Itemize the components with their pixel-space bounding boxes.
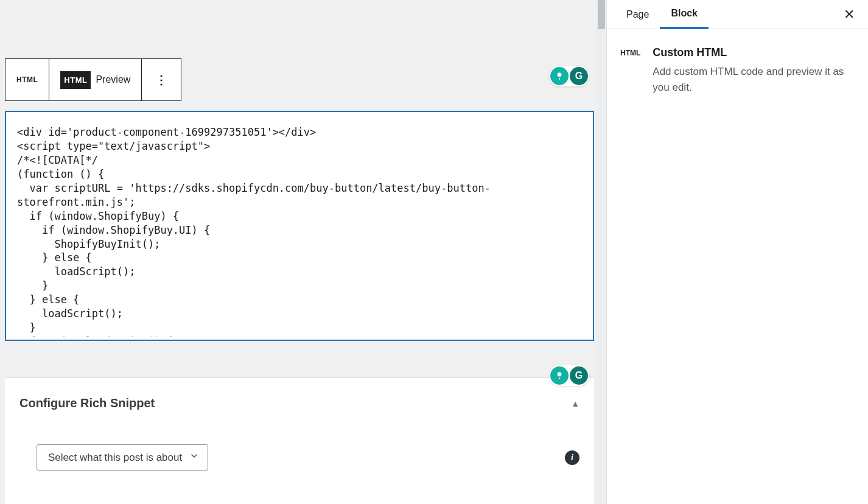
grammarly-icon: G (570, 366, 588, 385)
grammarly-icon: G (570, 67, 588, 85)
html-preview-toggle[interactable]: HTML Preview (49, 59, 142, 100)
tab-block[interactable]: Block (660, 0, 709, 29)
html-icon: HTML (620, 46, 640, 95)
collapse-caret-icon: ▲ (571, 399, 579, 408)
chevron-down-icon (189, 451, 199, 464)
snippet-type-select[interactable]: Select what this post is about (37, 444, 208, 471)
html-icon: HTML (16, 75, 38, 84)
block-title: Custom HTML (653, 46, 855, 59)
select-label: Select what this post is about (48, 452, 182, 464)
editor-main: HTML HTML Preview ⋮ G G (0, 0, 606, 504)
block-toolbar: HTML HTML Preview ⋮ (5, 58, 181, 101)
html-badge-icon: HTML (60, 71, 91, 89)
scrollbar-thumb[interactable] (598, 0, 605, 29)
main-scrollbar[interactable] (597, 0, 606, 504)
settings-sidebar: Page Block ✕ HTML Custom HTML Add custom… (606, 0, 868, 504)
custom-html-block (5, 111, 594, 341)
info-icon[interactable]: i (565, 450, 579, 465)
close-sidebar-button[interactable]: ✕ (839, 7, 859, 23)
tab-page[interactable]: Page (615, 0, 660, 29)
svg-point-0 (559, 79, 560, 80)
sidebar-tabs: Page Block ✕ (607, 0, 868, 29)
rich-snippet-panel: Configure Rich Snippet ▲ Select what thi… (5, 377, 594, 504)
rich-snippet-header[interactable]: Configure Rich Snippet ▲ (19, 396, 579, 410)
grammarly-widget[interactable]: G (549, 66, 589, 86)
block-type-button[interactable]: HTML (5, 59, 49, 100)
editor-canvas: HTML HTML Preview ⋮ G G (0, 0, 606, 504)
html-code-input[interactable] (6, 112, 593, 337)
block-info-section: HTML Custom HTML Add custom HTML code an… (607, 29, 868, 112)
assistant-icon (550, 67, 569, 85)
block-description: Add custom HTML code and preview it as y… (653, 64, 855, 95)
assistant-icon (550, 366, 569, 385)
grammarly-widget-lower[interactable]: G (549, 365, 589, 386)
more-options-button[interactable]: ⋮ (142, 59, 181, 100)
svg-point-1 (559, 378, 560, 379)
rich-snippet-title: Configure Rich Snippet (19, 396, 155, 410)
preview-label: Preview (96, 74, 130, 85)
